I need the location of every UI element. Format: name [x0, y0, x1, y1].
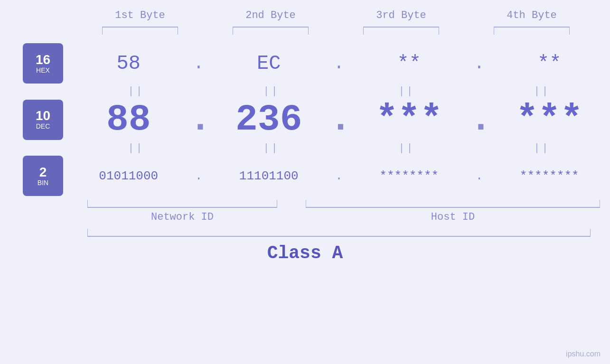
main-container: 1st Byte 2nd Byte 3rd Byte 4th Byte	[0, 0, 610, 364]
bin-dot-2: .	[329, 169, 348, 183]
bin-values: 01011000 . 11101100 . ******** . *******…	[68, 169, 610, 183]
bracket-spacer	[287, 200, 306, 208]
bin-row: 2 BIN 01011000 . 11101100 . ******** . *…	[0, 156, 610, 196]
bin-b2: 11101100	[208, 169, 330, 183]
byte2-header: 2nd Byte	[206, 9, 336, 21]
bin-badge: 2 BIN	[23, 156, 63, 196]
bin-dot-3: .	[470, 169, 489, 183]
dec-b2: 236	[208, 99, 330, 140]
bracket-top-3	[336, 26, 467, 35]
bin-b3: ********	[348, 169, 470, 183]
byte-headers: 1st Byte 2nd Byte 3rd Byte 4th Byte	[75, 9, 597, 21]
bin-badge-label: BIN	[38, 179, 48, 187]
dec-b4: ***	[489, 99, 610, 140]
hex-dot-2: .	[329, 53, 348, 74]
equals-row-2: || || || ||	[78, 140, 600, 156]
eq1-b2: ||	[213, 85, 329, 97]
hex-row: 16 HEX 58 . EC . ** . **	[0, 43, 610, 84]
top-brackets	[75, 26, 597, 35]
bin-badge-number: 2	[39, 166, 47, 179]
host-id-label: Host ID	[306, 211, 600, 223]
eq2-b3: ||	[348, 142, 465, 154]
bracket-top-2	[206, 26, 336, 35]
bracket-top-1	[75, 26, 206, 35]
label-spacer	[287, 211, 306, 223]
byte4-header: 4th Byte	[467, 9, 597, 21]
eq2-b2: ||	[213, 142, 329, 154]
hex-b4: **	[489, 52, 610, 75]
eq1-b1: ||	[78, 85, 194, 97]
hex-dot-3: .	[470, 53, 489, 74]
hex-badge: 16 HEX	[23, 43, 63, 84]
dec-values: 88 . 236 . *** . ***	[68, 99, 610, 140]
hex-b1: 58	[68, 52, 189, 75]
hex-badge-label: HEX	[36, 66, 50, 74]
dec-b3: ***	[348, 99, 470, 140]
bin-dot-1: .	[189, 169, 208, 183]
eq2-b1: ||	[78, 142, 194, 154]
dec-badge-label: DEC	[36, 122, 50, 130]
byte1-header: 1st Byte	[75, 9, 206, 21]
labels-row: Network ID Host ID	[78, 211, 600, 223]
bottom-brackets	[78, 200, 600, 208]
hex-badge-number: 16	[36, 53, 50, 66]
hex-dot-1: .	[189, 53, 208, 74]
host-bracket	[306, 200, 600, 208]
byte3-header: 3rd Byte	[336, 9, 467, 21]
hex-b3: **	[348, 52, 470, 75]
dec-row: 10 DEC 88 . 236 . *** . ***	[0, 99, 610, 140]
bin-b1: 01011000	[68, 169, 189, 183]
eq2-b4: ||	[484, 142, 600, 154]
network-id-label: Network ID	[78, 211, 287, 223]
equals-row-1: || || || ||	[78, 84, 600, 99]
hex-values: 58 . EC . ** . **	[68, 52, 610, 75]
network-bracket	[78, 200, 287, 208]
outer-bracket	[78, 229, 600, 237]
dec-dot-2: .	[329, 99, 348, 140]
dec-b1: 88	[68, 99, 189, 140]
bin-b4: ********	[489, 169, 610, 183]
dec-dot-1: .	[189, 99, 208, 140]
hex-b2: EC	[208, 52, 330, 75]
eq1-b4: ||	[484, 85, 600, 97]
dec-dot-3: .	[470, 99, 489, 140]
eq1-b3: ||	[348, 85, 465, 97]
dec-badge-number: 10	[36, 109, 50, 122]
watermark: ipshu.com	[566, 350, 601, 358]
dec-badge: 10 DEC	[23, 100, 63, 140]
bracket-top-4	[467, 26, 597, 35]
class-label: Class A	[0, 243, 610, 263]
